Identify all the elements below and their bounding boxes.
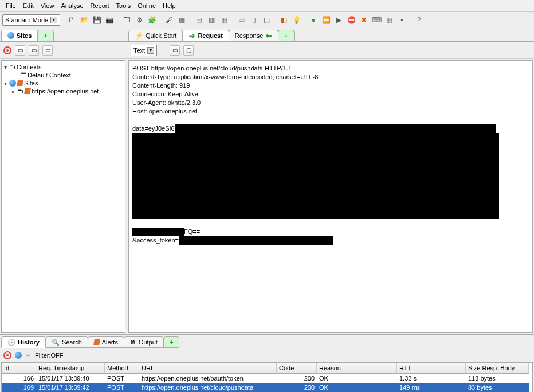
globe-icon[interactable]: [15, 352, 22, 359]
mode-selector[interactable]: Standard Mode ▾: [2, 14, 60, 26]
scope-3-icon[interactable]: ▭: [42, 45, 53, 56]
snapshot-icon[interactable]: 📷: [104, 14, 115, 26]
filter-label[interactable]: Filter:OFF: [35, 352, 64, 359]
cell-url: https://open.oneplus.net/oauth/token: [139, 374, 277, 383]
param-icon[interactable]: ▦: [383, 14, 395, 26]
tree-contexts[interactable]: Contexts: [17, 64, 41, 70]
toggle-icon[interactable]: ▦: [176, 14, 187, 26]
bottom-pane: 🕓 History 🔍 Search Alerts 🗎 Output + ⫧ F…: [0, 334, 534, 392]
th-code[interactable]: Code: [277, 363, 317, 374]
right-subtoolbar: Text ▾ ▭ ▢: [127, 42, 534, 59]
th-ts[interactable]: Req. Timestamp: [36, 363, 105, 374]
tree-default-context[interactable]: Default Context: [28, 72, 71, 79]
history-table[interactable]: Id Req. Timestamp Method URL Code Reason…: [1, 362, 533, 392]
tab-add-left[interactable]: +: [37, 30, 53, 41]
scope-1-icon[interactable]: ▭: [15, 45, 25, 56]
full-view-icon[interactable]: ▢: [183, 45, 194, 56]
menu-online[interactable]: Online: [135, 1, 158, 10]
menu-file[interactable]: File: [3, 1, 18, 10]
tab-alerts-label: Alerts: [102, 339, 118, 346]
menu-tools[interactable]: Tools: [114, 1, 134, 10]
th-method[interactable]: Method: [105, 363, 139, 374]
step-icon[interactable]: ⏩: [320, 14, 332, 26]
tab-sites[interactable]: Sites: [1, 30, 38, 41]
tab-search[interactable]: 🔍 Search: [45, 336, 88, 348]
brush-icon[interactable]: 🖌: [163, 14, 175, 26]
show-tab-icon[interactable]: ◧: [278, 14, 289, 26]
tab-request[interactable]: ➔ Request: [182, 30, 229, 41]
session-props-icon[interactable]: 🗔: [121, 14, 132, 26]
req-line-4: User-Agent: okhttp/2.3.0: [132, 99, 201, 106]
terminal-icon[interactable]: ▪: [396, 14, 407, 26]
request-body-view[interactable]: POST https://open.oneplus.net/cloud/push…: [128, 60, 533, 333]
th-size[interactable]: Size Resp. Body: [466, 363, 529, 374]
cell-code: 200: [277, 374, 317, 383]
keyboard-icon[interactable]: ⌨: [371, 14, 382, 26]
menu-view[interactable]: View: [38, 1, 57, 10]
tab-response-label: Response: [235, 32, 264, 39]
cell-ts: 15/01/17 13:39:42: [36, 383, 105, 392]
tab-output[interactable]: 🗎 Output: [124, 336, 164, 348]
main-toolbar: Standard Mode ▾ 🗋 📂 💾 📷 🗔 ⚙ 🧩 🖌 ▦ ▤ ▥ ▦ …: [0, 12, 534, 28]
table-row[interactable]: 166 15/01/17 13:39:40 POST https://open.…: [2, 374, 532, 383]
menu-edit[interactable]: Edit: [21, 1, 36, 10]
tab-add-right[interactable]: +: [278, 30, 294, 41]
th-url[interactable]: URL: [139, 363, 277, 374]
menu-analyse[interactable]: Analyse: [58, 1, 85, 10]
scope-2-icon[interactable]: ▭: [29, 45, 39, 56]
cell-ts: 15/01/17 13:39:40: [36, 374, 105, 383]
view-mode-label: Text: [134, 47, 145, 54]
record-icon[interactable]: ●: [308, 14, 319, 26]
tab-full-icon[interactable]: ▢: [261, 14, 272, 26]
tab-response[interactable]: Response ⬅: [229, 30, 279, 41]
chevron-down-icon: ▾: [50, 17, 57, 23]
layout-1-icon[interactable]: ▤: [193, 14, 205, 26]
tree-sites[interactable]: Sites: [24, 80, 38, 87]
th-rtt[interactable]: RTT: [397, 363, 466, 374]
lightning-icon: ⚡: [135, 32, 143, 40]
sites-tree[interactable]: 🗀 Contexts 🗔 Default Context Sites 🗀 htt…: [1, 60, 125, 333]
th-id[interactable]: Id: [2, 363, 36, 374]
target-icon[interactable]: [3, 351, 11, 359]
options-icon[interactable]: ⚙: [134, 14, 145, 26]
hint-icon[interactable]: 💡: [290, 14, 302, 26]
cell-url: https://open.oneplus.net/cloud/pushdata: [139, 383, 277, 392]
tab-history[interactable]: 🕓 History: [1, 336, 46, 348]
layout-3-icon[interactable]: ▦: [218, 14, 230, 26]
split-view-icon[interactable]: ▭: [170, 45, 180, 56]
play-icon[interactable]: ▶: [333, 14, 344, 26]
folder-site-icon: 🗀: [17, 88, 23, 95]
flag-icon: [17, 80, 23, 86]
table-row[interactable]: 169 15/01/17 13:39:42 POST https://open.…: [2, 383, 532, 392]
menu-report[interactable]: Report: [88, 1, 112, 10]
funnel-icon[interactable]: ⫧: [25, 352, 32, 359]
tab-side-icon[interactable]: ▯: [248, 14, 260, 26]
th-reason[interactable]: Reason: [317, 363, 397, 374]
help-icon[interactable]: ?: [413, 14, 425, 26]
new-session-icon[interactable]: 🗋: [66, 14, 77, 26]
tree-site-url[interactable]: https://open.oneplus.net: [32, 88, 99, 95]
view-mode-selector[interactable]: Text ▾: [131, 45, 157, 56]
body-frag: FQ==: [184, 228, 200, 235]
tab-search-label: Search: [62, 339, 82, 346]
plus-icon: +: [44, 32, 47, 39]
target-icon[interactable]: [3, 46, 11, 54]
tab-expand-icon[interactable]: ▭: [235, 14, 247, 26]
save-icon[interactable]: 💾: [91, 14, 103, 26]
body-token-prefix: &access_token=: [132, 237, 179, 244]
open-icon[interactable]: 📂: [78, 14, 90, 26]
addons-icon[interactable]: 🧩: [146, 14, 158, 26]
clear-icon[interactable]: ✖: [358, 14, 370, 26]
tab-sites-label: Sites: [17, 32, 32, 39]
req-line-2: Content-Length: 919: [132, 82, 190, 89]
layout-2-icon[interactable]: ▥: [206, 14, 217, 26]
left-subtoolbar: ▭ ▭ ▭: [0, 42, 127, 59]
tab-quick-start[interactable]: ⚡ Quick Start: [128, 30, 183, 41]
context-icon: 🗔: [20, 72, 26, 79]
stop-icon[interactable]: ⛔: [345, 14, 357, 26]
flag-icon: [24, 88, 31, 94]
tab-add-bottom[interactable]: +: [163, 336, 179, 348]
tab-alerts[interactable]: Alerts: [88, 336, 124, 348]
menu-help[interactable]: Help: [160, 1, 178, 10]
redacted-data-3: [132, 228, 184, 236]
